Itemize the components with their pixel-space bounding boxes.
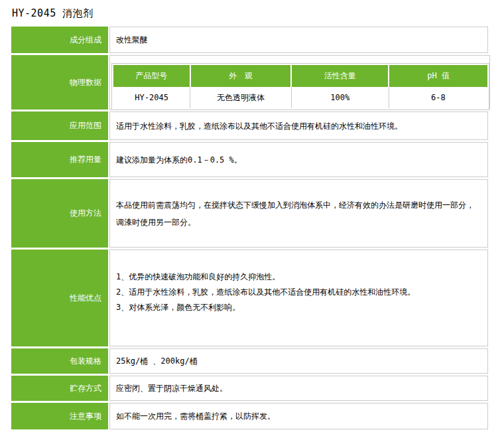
content-line: 3、对体系光泽，颜色无不利影响。 — [116, 300, 477, 315]
page-title: HY-2045 消泡剂 — [12, 6, 504, 27]
content-line: 适用于水性涂料，乳胶，造纸涂布以及其他不适合使用有机硅的水性和油性环境。 — [116, 119, 477, 133]
row-label-performance-advantages: 性能优点 — [11, 250, 108, 346]
physical-value-active-content: 100% — [291, 87, 389, 108]
row-content-packaging: 25kg/桶 、200kg/桶 — [109, 348, 488, 374]
content-line: 1、优异的快速破泡功能和良好的持久抑泡性。 — [116, 269, 477, 285]
row-content-storage: 应密闭、置于阴凉干燥通风处。 — [109, 376, 488, 401]
spec-row-dosage: 推荐用量 建议添加量为体系的0.1－0.5 %。 — [11, 142, 488, 177]
row-label-storage: 贮存方式 — [11, 376, 108, 401]
spec-row-composition: 成分组成 改性聚醚 — [11, 27, 488, 53]
row-content-application: 适用于水性涂料，乳胶，造纸涂布以及其他不适合使用有机硅的水性和油性环境。 — [109, 111, 488, 140]
row-label-physical-data: 物理数据 — [11, 55, 108, 110]
content-line: 应密闭、置于阴凉干燥通风处。 — [116, 381, 477, 396]
spec-row-packaging: 包装规格 25kg/桶 、200kg/桶 — [11, 348, 488, 374]
spec-row-physical-data: 物理数据 产品型号 外 观 活性含量 pH 值 HY-2045 无色透明液体 — [11, 55, 488, 110]
physical-header-product-model: 产品型号 — [113, 65, 190, 87]
content-line: 本品使用前需震荡均匀，在搅拌状态下缓慢加入到消泡体系中，经济有效的办法是研磨时使… — [116, 196, 477, 214]
row-content-precautions: 如不能一次用完，需将桶盖拧紧，以防挥发。 — [109, 403, 488, 429]
physical-value-row: HY-2045 无色透明液体 100% 6-8 — [113, 87, 487, 108]
product-datasheet: HY-2045 消泡剂 成分组成 改性聚醚 物理数据 产品型号 外 观 活性含量… — [0, 6, 504, 429]
spec-row-application: 应用范围 适用于水性涂料，乳胶，造纸涂布以及其他不适合使用有机硅的水性和油性环境… — [11, 111, 488, 140]
content-line: 调漆时使用另一部分。 — [116, 214, 477, 231]
spec-row-storage: 贮存方式 应密闭、置于阴凉干燥通风处。 — [11, 376, 488, 401]
row-content-usage-method: 本品使用前需震荡均匀，在搅拌状态下缓慢加入到消泡体系中，经济有效的办法是研磨时使… — [109, 179, 488, 248]
row-label-usage-method: 使用方法 — [11, 179, 108, 248]
row-label-precautions: 注意事项 — [11, 403, 108, 429]
spec-row-usage-method: 使用方法 本品使用前需震荡均匀，在搅拌状态下缓慢加入到消泡体系中，经济有效的办法… — [11, 179, 488, 248]
row-label-dosage: 推荐用量 — [11, 142, 108, 177]
content-line: 建议添加量为体系的0.1－0.5 %。 — [116, 153, 477, 167]
content-line: 如不能一次用完，需将桶盖拧紧，以防挥发。 — [116, 409, 477, 423]
row-content-composition: 改性聚醚 — [109, 27, 488, 53]
physical-data-table: 产品型号 外 观 活性含量 pH 值 HY-2045 无色透明液体 100% 6… — [111, 63, 489, 110]
content-line: 25kg/桶 、200kg/桶 — [116, 354, 477, 368]
row-content-performance-advantages: 1、优异的快速破泡功能和良好的持久抑泡性。 2、适用于水性涂料，乳胶，造纸涂布以… — [109, 250, 488, 346]
physical-header-appearance: 外 观 — [190, 65, 291, 87]
physical-header-row: 产品型号 外 观 活性含量 pH 值 — [113, 65, 487, 87]
spec-table: 成分组成 改性聚醚 物理数据 产品型号 外 观 活性含量 pH 值 — [11, 27, 488, 429]
content-line: 2、适用于水性涂料，乳胶，造纸涂布以及其他不适合使用有机硅的水性和油性环境。 — [116, 285, 477, 300]
row-label-packaging: 包装规格 — [11, 348, 108, 374]
row-content-physical-data: 产品型号 外 观 活性含量 pH 值 HY-2045 无色透明液体 100% 6… — [109, 55, 490, 110]
spec-row-precautions: 注意事项 如不能一次用完，需将桶盖拧紧，以防挥发。 — [11, 403, 488, 429]
row-label-composition: 成分组成 — [11, 27, 108, 53]
physical-header-active-content: 活性含量 — [291, 65, 389, 87]
physical-value-ph-value: 6-8 — [389, 87, 487, 108]
row-content-dosage: 建议添加量为体系的0.1－0.5 %。 — [109, 142, 488, 177]
spec-row-performance-advantages: 性能优点 1、优异的快速破泡功能和良好的持久抑泡性。 2、适用于水性涂料，乳胶，… — [11, 250, 488, 346]
row-label-application: 应用范围 — [11, 111, 108, 140]
content-line: 改性聚醚 — [116, 33, 477, 47]
physical-value-product-model: HY-2045 — [113, 87, 190, 108]
physical-value-appearance: 无色透明液体 — [190, 87, 291, 108]
physical-header-ph-value: pH 值 — [389, 65, 487, 87]
